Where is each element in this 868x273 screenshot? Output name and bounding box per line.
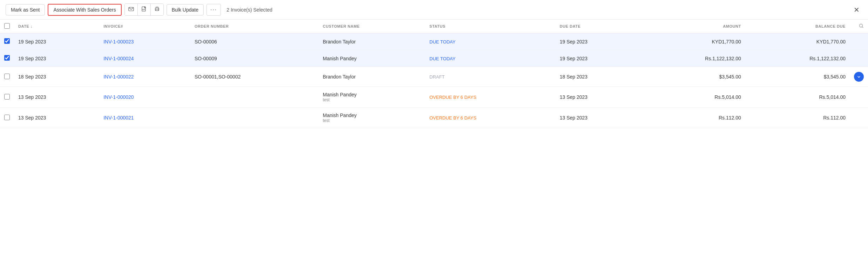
date-column-header: DATE ↓: [14, 20, 99, 33]
row-checkbox-cell: [0, 87, 14, 108]
select-all-checkbox[interactable]: [4, 23, 10, 29]
row-status: DUE TODAY: [425, 33, 555, 50]
invoice-link[interactable]: INV-1-000024: [103, 56, 134, 61]
amount-column-header: AMOUNT: [641, 20, 745, 33]
row-checkbox[interactable]: [4, 38, 10, 44]
row-checkbox-cell: [0, 67, 14, 87]
table-row: 18 Sep 2023INV-1-000022SO-00001,SO-00002…: [0, 67, 868, 87]
select-all-header: [0, 20, 14, 33]
row-checkbox[interactable]: [4, 55, 10, 61]
selected-count-label: 2 Invoice(s) Selected: [226, 7, 272, 13]
row-invoice-number[interactable]: INV-1-000022: [99, 67, 190, 87]
table-row: 13 Sep 2023INV-1-000020Manish Pandeytest…: [0, 87, 868, 108]
order-number-column-header: ORDER NUMBER: [190, 20, 319, 33]
row-action-cell: [850, 50, 868, 67]
row-customer-name: Brandon Taylor: [319, 67, 425, 87]
status-badge: DUE TODAY: [429, 39, 455, 45]
pdf-icon-button[interactable]: PDF: [138, 4, 151, 15]
table-row: 19 Sep 2023INV-1-000023SO-00006Brandon T…: [0, 33, 868, 50]
row-amount: Rs.112.00: [641, 108, 745, 128]
mark-as-sent-button[interactable]: Mark as Sent: [6, 4, 45, 15]
row-order-number: SO-00001,SO-00002: [190, 67, 319, 87]
row-invoice-number[interactable]: INV-1-000021: [99, 108, 190, 128]
status-badge: DUE TODAY: [429, 56, 455, 61]
row-checkbox[interactable]: [4, 74, 10, 79]
due-date-column-header: DUE DATE: [555, 20, 640, 33]
bulk-update-button[interactable]: Bulk Update: [167, 4, 204, 15]
associate-with-sales-orders-button[interactable]: Associate With Sales Orders: [48, 4, 121, 16]
close-button[interactable]: ✕: [851, 4, 862, 15]
print-icon-button[interactable]: [151, 4, 163, 15]
row-action-cell: [850, 67, 868, 87]
row-checkbox[interactable]: [4, 94, 10, 100]
row-order-number: [190, 108, 319, 128]
invoices-table-container: DATE ↓ INVOICE# ORDER NUMBER CUSTOMER NA…: [0, 20, 868, 128]
invoice-link[interactable]: INV-1-000021: [103, 115, 134, 121]
invoices-table: DATE ↓ INVOICE# ORDER NUMBER CUSTOMER NA…: [0, 20, 868, 128]
row-order-number: [190, 87, 319, 108]
more-options-button[interactable]: ···: [206, 4, 221, 16]
row-date: 13 Sep 2023: [14, 108, 99, 128]
row-date: 18 Sep 2023: [14, 67, 99, 87]
search-column-header[interactable]: [850, 20, 868, 33]
invoice-link[interactable]: INV-1-000023: [103, 39, 134, 45]
row-balance-due: $3,545.00: [745, 67, 850, 87]
row-customer-name: Manish Pandeytest: [319, 87, 425, 108]
row-customer-sub: test: [323, 97, 421, 102]
search-icon[interactable]: [859, 24, 864, 29]
status-badge: OVERDUE BY 6 DAYS: [429, 95, 476, 100]
row-status: DRAFT: [425, 67, 555, 87]
row-invoice-number[interactable]: INV-1-000020: [99, 87, 190, 108]
row-expand-button[interactable]: [854, 72, 864, 82]
row-invoice-number[interactable]: INV-1-000023: [99, 33, 190, 50]
svg-rect-4: [156, 9, 158, 11]
row-date: 19 Sep 2023: [14, 50, 99, 67]
row-action-cell: [850, 108, 868, 128]
status-badge: DRAFT: [429, 74, 445, 80]
row-action-cell: [850, 33, 868, 50]
status-badge: OVERDUE BY 6 DAYS: [429, 115, 476, 121]
row-due-date: 19 Sep 2023: [555, 33, 640, 50]
row-customer-name: Brandon Taylor: [319, 33, 425, 50]
row-checkbox-cell: [0, 50, 14, 67]
invoice-link[interactable]: INV-1-000022: [103, 74, 134, 80]
row-action-cell: [850, 87, 868, 108]
balance-due-column-header: BALANCE DUE: [745, 20, 850, 33]
row-amount: Rs.5,014.00: [641, 87, 745, 108]
invoice-link[interactable]: INV-1-000020: [103, 94, 134, 100]
row-due-date: 19 Sep 2023: [555, 50, 640, 67]
row-balance-due: KYD1,770.00: [745, 33, 850, 50]
row-checkbox-cell: [0, 33, 14, 50]
row-invoice-number[interactable]: INV-1-000024: [99, 50, 190, 67]
row-due-date: 13 Sep 2023: [555, 108, 640, 128]
row-checkbox[interactable]: [4, 115, 10, 120]
row-balance-due: Rs.1,122,132.00: [745, 50, 850, 67]
row-status: DUE TODAY: [425, 50, 555, 67]
row-amount: $3,545.00: [641, 67, 745, 87]
invoice-column-header: INVOICE#: [99, 20, 190, 33]
row-balance-due: Rs.5,014.00: [745, 87, 850, 108]
row-status: OVERDUE BY 6 DAYS: [425, 108, 555, 128]
row-customer-name: Manish Pandeytest: [319, 108, 425, 128]
row-checkbox-cell: [0, 108, 14, 128]
row-due-date: 13 Sep 2023: [555, 87, 640, 108]
icon-button-group: PDF: [124, 4, 164, 16]
row-order-number: SO-00009: [190, 50, 319, 67]
table-row: 13 Sep 2023INV-1-000021Manish Pandeytest…: [0, 108, 868, 128]
row-balance-due: Rs.112.00: [745, 108, 850, 128]
status-column-header: STATUS: [425, 20, 555, 33]
row-date: 13 Sep 2023: [14, 87, 99, 108]
row-amount: KYD1,770.00: [641, 33, 745, 50]
table-row: 19 Sep 2023INV-1-000024SO-00009Manish Pa…: [0, 50, 868, 67]
email-icon-button[interactable]: [125, 4, 138, 15]
svg-text:PDF: PDF: [142, 9, 145, 11]
row-date: 19 Sep 2023: [14, 33, 99, 50]
row-amount: Rs.1,122,132.00: [641, 50, 745, 67]
row-status: OVERDUE BY 6 DAYS: [425, 87, 555, 108]
svg-point-5: [158, 8, 158, 9]
customer-name-column-header: CUSTOMER NAME: [319, 20, 425, 33]
row-order-number: SO-00006: [190, 33, 319, 50]
row-due-date: 18 Sep 2023: [555, 67, 640, 87]
row-customer-name: Manish Pandey: [319, 50, 425, 67]
toolbar: Mark as Sent Associate With Sales Orders…: [0, 0, 868, 20]
